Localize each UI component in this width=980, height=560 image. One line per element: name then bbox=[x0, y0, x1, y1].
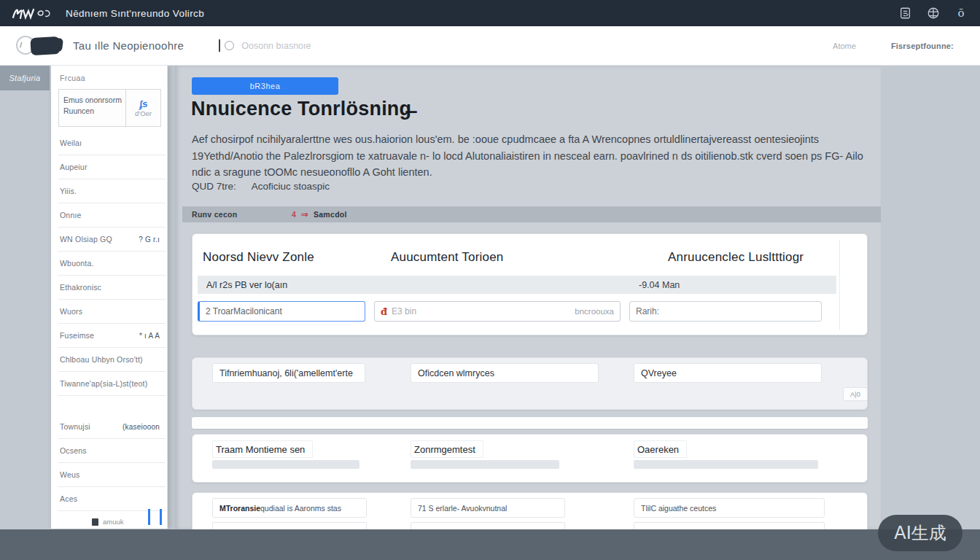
column-header-zone: Noorsd Nievv Zonle bbox=[203, 250, 314, 265]
selected-item-line2: Ruuncen bbox=[63, 106, 125, 115]
sidebar-item[interactable]: Ethakronisc bbox=[58, 276, 166, 300]
edit-panel[interactable]: ʄs d'Oer bbox=[125, 90, 160, 126]
sidebar-item[interactable]: Tiwanne'ap(sia-L)st(teot) bbox=[58, 372, 166, 396]
sidebar-item[interactable]: Aupeiur bbox=[58, 155, 166, 179]
document-icon[interactable] bbox=[898, 6, 913, 20]
app-logo-icon[interactable] bbox=[16, 31, 67, 61]
group-field[interactable]: 71 S erlarle- Avuokvnutnal bbox=[411, 498, 565, 518]
sidebar-menu: Weilaı Aupeiur Yiiis. Onnıe WN Olsiap GQ… bbox=[51, 131, 167, 511]
cursor-bar-icon bbox=[148, 509, 150, 525]
sidebar-item[interactable]: Chlboau Uhbyn Orso'tt) bbox=[58, 348, 166, 372]
placeholder-bar bbox=[212, 460, 359, 469]
sidebar-item[interactable]: Wbuonta. bbox=[58, 252, 166, 276]
sidebar-item[interactable]: Onnıe bbox=[58, 203, 166, 228]
sidebar-item[interactable]: Wuors bbox=[58, 300, 166, 324]
count-badge[interactable]: A|0 bbox=[843, 387, 868, 401]
sidebar-item[interactable]: Yiiis. bbox=[58, 179, 166, 203]
zone-input[interactable] bbox=[198, 301, 365, 322]
header-link-atome[interactable]: Atome bbox=[833, 42, 856, 50]
note-text: Acoficiuc stoaspic bbox=[252, 181, 330, 192]
intro-paragraph: Aef chosirpof ncihilyaralerttne wes ous.… bbox=[192, 131, 864, 181]
primary-action-button[interactable]: bR3hea bbox=[192, 77, 338, 95]
marker-icon: đ bbox=[381, 306, 387, 317]
search-field[interactable] bbox=[219, 39, 373, 52]
field-group[interactable]: Oaereken bbox=[634, 440, 818, 469]
sidebar-footer-label: amuuk bbox=[103, 518, 124, 526]
torioen-field[interactable]: đ bncroouxa bbox=[374, 301, 621, 322]
edit-action-label: d'Oer bbox=[135, 109, 152, 117]
sidebar: Frcuaa Emus ononrsorm Ruuncen ʄs d'Oer W… bbox=[51, 66, 168, 529]
sidebar-item[interactable]: Aces bbox=[58, 487, 166, 511]
side-tab-stafjuria[interactable]: Stafjuria bbox=[0, 66, 50, 90]
toolbar-left-label: Runv cecon bbox=[192, 210, 238, 219]
pen-icon: ʄs bbox=[139, 98, 148, 109]
globe-icon[interactable] bbox=[926, 6, 941, 20]
card-scrollbar[interactable] bbox=[839, 240, 863, 330]
help-icon[interactable]: ō bbox=[954, 6, 968, 20]
group-field[interactable]: MTroransiequdiaal is Aaronms stas bbox=[212, 498, 367, 518]
sidebar-footer[interactable]: amuuk bbox=[51, 518, 168, 526]
page-header: Tau ılle Neopienoohre Atome Fisrseptfoun… bbox=[0, 26, 980, 66]
top-app-bar: Nēdnıem Sınt'nreundo Volircb ō bbox=[0, 0, 980, 26]
cursor-caret-icon bbox=[219, 39, 220, 52]
group-field[interactable]: TlilC aiguathe ceutces bbox=[634, 498, 825, 518]
field-group[interactable]: Zonrmgemtest bbox=[411, 440, 559, 469]
summary-row[interactable]: A/l r2s PB ver lo(aın -9.04 Man bbox=[198, 276, 836, 294]
column-header-listing: Anruucenclec Lusltttiogr bbox=[668, 250, 804, 265]
product-name: Tau ılle Neopienoohre bbox=[73, 39, 184, 52]
bottom-bar bbox=[0, 529, 980, 560]
field-group[interactable]: Traam Montieme sen bbox=[212, 440, 359, 469]
group-field[interactable]: Oficdcen wlmryces bbox=[411, 363, 599, 383]
transfer-arrow-icon: ⇒ bbox=[301, 209, 308, 219]
cursor-bar-icon bbox=[160, 509, 162, 525]
divider-strip bbox=[192, 417, 868, 429]
sidebar-item[interactable]: Weus bbox=[58, 463, 166, 487]
group-field[interactable]: QVreyee bbox=[634, 363, 822, 383]
section-toolbar: Runv cecon 4 ⇒ Samcdol bbox=[182, 206, 881, 222]
logo-blob-icon bbox=[30, 36, 60, 55]
zone-form-card: Noorsd Nievv Zonle Auucumtent Torioen An… bbox=[192, 233, 868, 335]
toolbar-count: 4 bbox=[292, 210, 296, 219]
page-title: Nnuicence Tonrlösning̶ bbox=[191, 98, 411, 120]
note-prefix: QUD 7tre: bbox=[192, 181, 236, 192]
summary-row-value: -9.04 Man bbox=[639, 280, 680, 290]
main-content: bR3hea Nnuicence Tonrlösning̶ Aef chosir… bbox=[175, 66, 881, 529]
sidebar-section-label: Frcuaa bbox=[51, 66, 167, 87]
selected-item-line1: Emus ononrsorm bbox=[63, 96, 125, 104]
torioen-input[interactable] bbox=[392, 306, 575, 316]
field-group-card: Tifnriemhuanoj, 6li('amellemt'erte Oficd… bbox=[192, 357, 868, 410]
sidebar-item[interactable]: Townujsi(kaseiooon bbox=[58, 415, 166, 439]
search-input[interactable] bbox=[241, 41, 373, 51]
summary-row-label: A/l r2s PB ver lo(aın bbox=[206, 280, 287, 290]
monitor-card: Traam Montieme sen Zonrmgemtest Oaereken bbox=[192, 434, 868, 483]
brand-logo-icon[interactable] bbox=[9, 4, 57, 23]
group-label: Traam Montieme sen bbox=[212, 440, 313, 458]
listing-input[interactable] bbox=[629, 301, 822, 322]
sidebar-item-selected[interactable]: Emus ononrsorm Ruuncen ʄs d'Oer bbox=[58, 89, 161, 127]
sidebar-item[interactable]: Fuseimse* ı A A bbox=[58, 324, 166, 348]
ai-watermark: AI生成 bbox=[878, 515, 962, 551]
group-label: Oaereken bbox=[634, 440, 687, 458]
search-icon bbox=[225, 41, 234, 50]
group-label: Zonrmgemtest bbox=[411, 440, 483, 458]
app-title: Nēdnıem Sınt'nreundo Volircb bbox=[66, 8, 204, 19]
note-line: QUD 7tre: Acoficiuc stoaspic bbox=[192, 181, 330, 192]
toolbar-action-label[interactable]: Samcdol bbox=[314, 210, 347, 219]
page-body: Stafjuria Frcuaa Emus ononrsorm Ruuncen … bbox=[0, 66, 980, 529]
torioen-hint: bncroouxa bbox=[575, 307, 614, 316]
placeholder-bar bbox=[634, 460, 818, 469]
sidebar-item[interactable]: Ocsens bbox=[58, 439, 166, 463]
grid-icon bbox=[92, 518, 98, 526]
placeholder-bar bbox=[411, 460, 559, 469]
sidebar-gap bbox=[51, 396, 167, 415]
column-header-torioen: Auucumtent Torioen bbox=[391, 250, 504, 265]
header-link-settings[interactable]: Fisrseptfounne: bbox=[891, 42, 954, 50]
sidebar-item[interactable]: WN Olsiap GQ? G r.ı bbox=[58, 228, 166, 252]
group-field[interactable]: Tifnriemhuanoj, 6li('amellemt'erte bbox=[212, 363, 365, 383]
sidebar-item[interactable]: Weilaı bbox=[58, 131, 166, 155]
